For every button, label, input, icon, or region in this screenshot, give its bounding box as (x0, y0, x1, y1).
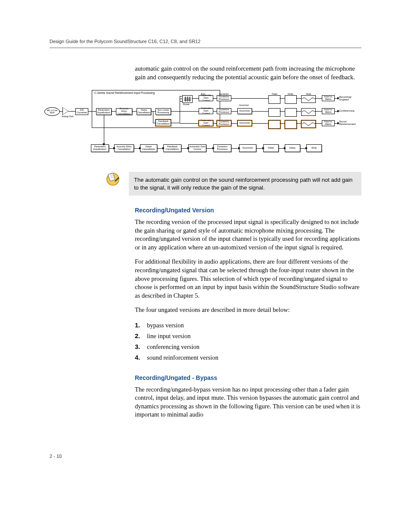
fader-2 (268, 108, 280, 117)
matrix-2: Input to Matrix (322, 108, 335, 114)
paragraph: automatic gain control on the sound rein… (135, 65, 361, 81)
dyn-3: Dynamics Processor (217, 120, 231, 126)
page-number: 2 - 10 (50, 454, 361, 459)
matrix-1: Input to Matrix (322, 95, 335, 101)
agc-3: Automatic Gain Control (199, 120, 213, 126)
out-sr: Sound Reinforcement (339, 120, 361, 126)
automix-label-2: Automixer (239, 104, 249, 106)
paragraph: The recording version of the processed i… (135, 218, 361, 252)
legend-delay: Delay (285, 144, 300, 152)
ad-converter: A/D Converter (75, 108, 88, 115)
router-label: Router (183, 103, 190, 106)
dyn-2: Dynamics Processor (217, 108, 231, 114)
paragraph: The recording/ungated-bypass version has… (135, 386, 361, 419)
legend-agc: Automatic Gain Control (188, 144, 206, 152)
agc-1: Automatic Gain Control (199, 95, 213, 101)
legend-dyn: Dynamics Processor (213, 144, 231, 152)
legend-peq: Parametric Equalization (91, 144, 109, 152)
automixer-3: Automixer (237, 120, 252, 126)
out-conferencing: Conferencing (339, 109, 355, 112)
signal-flow-diagram: C-Series Sound Reinforcement Input Proce… (44, 90, 361, 159)
mute-3 (301, 120, 316, 128)
out-recording: Recording/ Ungated (339, 96, 361, 101)
note-icon (106, 172, 120, 187)
noise-cancel: Noise Cancellation (137, 108, 151, 115)
mute-2 (301, 108, 316, 116)
delay-3 (285, 120, 297, 129)
delay-2 (285, 108, 297, 117)
dyn-1: Dynamics Processor (217, 95, 231, 101)
legend-fbc: Feedback Cancellation (163, 144, 181, 152)
gain-triangle (62, 107, 68, 115)
fader-3 (268, 120, 280, 129)
delay-1 (285, 95, 297, 104)
agc-2: Automatic Gain Control (199, 108, 213, 114)
input-ellipse: Mic or Line Input (44, 107, 60, 116)
section-title-recording: Recording/Ungated Version (135, 207, 361, 214)
legend-mute: Mute (306, 144, 322, 152)
diagram-frame-title: C-Series Sound Reinforcement Input Proce… (94, 91, 155, 94)
section-title-bypass: Recording/Ungated - Bypass (135, 374, 361, 381)
list-item: 3.conferencing version (135, 342, 361, 352)
paragraph: For additional flexibility in audio appl… (135, 258, 361, 300)
list-item: 1.bypass version (135, 320, 361, 330)
param-eq: Parametric Equalization (96, 108, 112, 115)
note-text: The automatic gain control on the sound … (129, 172, 361, 196)
ungated-versions-list: 1.bypass version 2.line input version 3.… (135, 320, 361, 363)
legend-aec: Acoustic Echo Cancellation (114, 144, 134, 152)
running-header: Design Guide for the Polycom SoundStruct… (50, 39, 361, 48)
gain-label: Analog Gain (62, 115, 74, 118)
paragraph: The four ungated versions are described … (135, 306, 361, 314)
legend-nc: Noise Cancellation (140, 144, 157, 152)
legend-automix: Automixer (239, 144, 256, 152)
router-icon (182, 95, 193, 103)
automixer-2: Automixer (237, 108, 252, 114)
aec: Acoustic Echo Cancellation (116, 108, 132, 115)
list-item: 2.line input version (135, 331, 361, 341)
mute-1 (301, 95, 316, 103)
nlp: Non Linear Processing (156, 108, 171, 115)
fader-1 (268, 95, 280, 104)
feedback-cancel: Feedback Cancellation (156, 119, 171, 126)
matrix-3: Input to Matrix (322, 120, 335, 126)
legend-fader: Fader (263, 144, 279, 152)
list-item: 4.sound reinforcement version (135, 353, 361, 363)
